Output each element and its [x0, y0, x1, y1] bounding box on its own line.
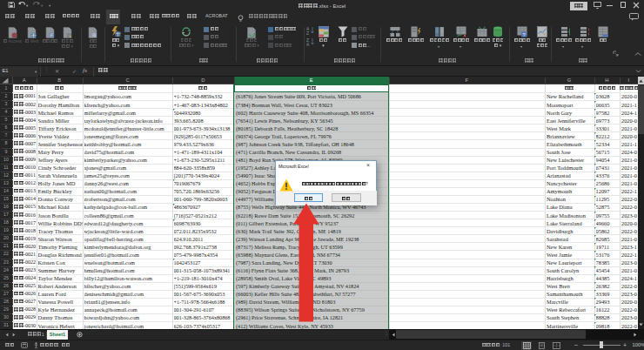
svg-text:Z: Z	[306, 30, 309, 35]
svg-text:?: ?	[523, 31, 526, 37]
svg-text:A: A	[306, 42, 310, 46]
